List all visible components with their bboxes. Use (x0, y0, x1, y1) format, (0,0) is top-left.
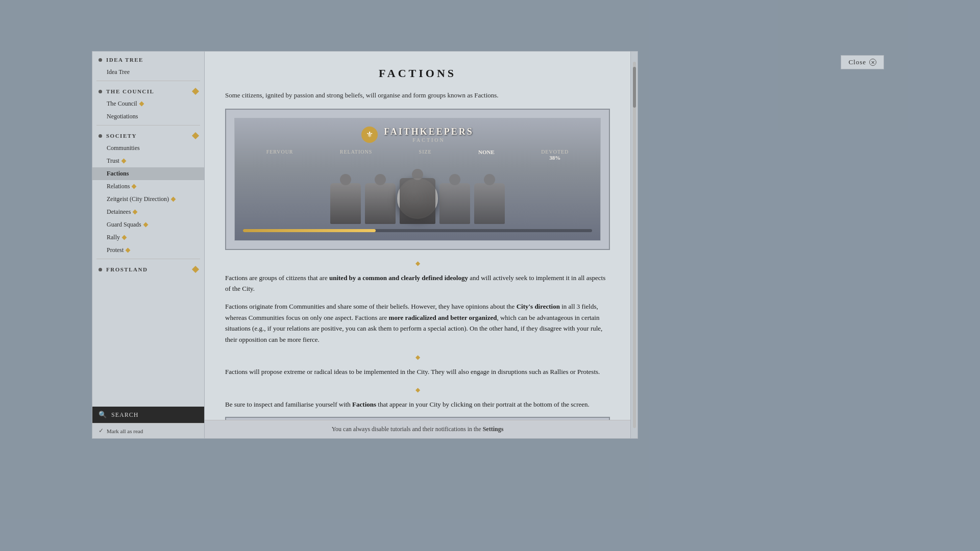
bold-factions: Factions (352, 400, 376, 408)
small-diamond-guard-squads (143, 222, 148, 228)
sidebar-item-relations[interactable]: Relations (92, 180, 204, 193)
sidebar-item-rally[interactable]: Rally (92, 231, 204, 244)
faction-stats: FERVOUR RELATIONS SIZE NONE DEVOTED (243, 149, 592, 161)
stat-devoted-value: 38% (541, 155, 569, 161)
sidebar-section-frostland[interactable]: FROSTLAND (92, 261, 204, 276)
sidebar-item-factions[interactable]: Factions (92, 167, 204, 180)
figure-right-1 (439, 183, 470, 224)
sidebar-item-detainees[interactable]: Detainees (92, 206, 204, 218)
sidebar-section-the-council-label: THE COUNCIL (106, 88, 154, 94)
sidebar-item-idea-tree-label: Idea Tree (107, 68, 130, 76)
stat-none: NONE (478, 149, 495, 161)
faction-subtitle: FACTION (384, 137, 474, 143)
figure-left-2 (365, 183, 396, 224)
small-diamond-relations (132, 184, 137, 189)
divider-2 (96, 125, 200, 126)
diamond-icon-society (192, 132, 199, 139)
sidebar-section-idea-tree[interactable]: IDEA TREE (92, 52, 204, 66)
scrollbar-track (633, 62, 636, 428)
stat-relations-label: RELATIONS (340, 149, 372, 155)
checkmark-icon: ✓ (99, 427, 104, 435)
sidebar-item-communities[interactable]: Communities (92, 142, 204, 155)
sidebar-item-trust[interactable]: Trust (92, 155, 204, 167)
close-x-icon: ✕ (869, 59, 876, 66)
stat-devoted: DEVOTED 38% (541, 149, 569, 161)
sidebar-item-detainees-label: Detainees (107, 208, 131, 216)
footer-text: You can always disable tutorials and the… (332, 425, 504, 433)
sidebar: IDEA TREE Idea Tree THE COUNCIL The Coun… (92, 51, 204, 439)
faction-emblem: ⚜ (361, 127, 378, 143)
close-label: Close (848, 58, 866, 66)
sidebar-item-guard-squads[interactable]: Guard Squads (92, 218, 204, 231)
sidebar-section-the-council[interactable]: THE COUNCIL (92, 83, 204, 97)
progress-bar-fill (243, 229, 376, 232)
modal-container: IDEA TREE Idea Tree THE COUNCIL The Coun… (92, 51, 638, 439)
bottom-bar: You can always disable tutorials and the… (205, 420, 630, 438)
modal-scrollbar[interactable] (631, 51, 638, 439)
progress-bar-container (243, 229, 592, 232)
main-content: FACTIONS Some citizens, ignited by passi… (204, 51, 631, 439)
divider-1 (96, 81, 200, 81)
sidebar-item-the-council-label: The Council (107, 100, 137, 108)
content-scroll-area[interactable]: FACTIONS Some citizens, ignited by passi… (205, 52, 630, 420)
scrollbar-thumb[interactable] (633, 67, 636, 108)
divider-3 (96, 259, 200, 259)
search-label: SEARCH (111, 411, 138, 419)
faction-card-inner: ⚜ FAITHKEEPERS FACTION FERVOUR RELATIONS (234, 118, 601, 241)
small-diamond-detainees (133, 210, 138, 215)
sidebar-item-relations-label: Relations (107, 183, 130, 190)
bullet-icon (99, 58, 102, 62)
figure-right-2 (474, 183, 505, 224)
sidebar-item-factions-label: Factions (107, 170, 129, 178)
sidebar-item-protest-label: Protest (107, 246, 124, 254)
bold-ideology: united by a common and clearly defined i… (329, 274, 468, 282)
sidebar-item-negotiations-label: Negotiations (107, 113, 138, 120)
small-diamond-protest (126, 248, 131, 253)
sidebar-section-frostland-label: FROSTLAND (106, 266, 148, 272)
diamond-icon-council (192, 88, 199, 95)
stat-none-value: NONE (478, 149, 495, 155)
figure-left-1 (330, 183, 361, 224)
sidebar-section-society[interactable]: SOCIETY (92, 128, 204, 142)
sidebar-item-idea-tree[interactable]: Idea Tree (92, 66, 204, 79)
small-diamond-trust (121, 159, 126, 164)
body-paragraph-2: Factions originate from Communities and … (225, 301, 610, 345)
bullet-icon-4 (99, 268, 102, 271)
page-title: FACTIONS (225, 67, 610, 80)
stat-size-label: SIZE (419, 149, 432, 155)
faction-figures (243, 173, 592, 224)
faction-header: ⚜ FAITHKEEPERS FACTION (243, 127, 592, 143)
faction-name: FAITHKEEPERS (384, 127, 474, 137)
bullet-icon-3 (99, 134, 102, 138)
mark-all-read-label: Mark all as read (107, 428, 143, 434)
sidebar-item-zeitgeist[interactable]: Zeitgeist (City Direction) (92, 193, 204, 206)
stat-fervour: FERVOUR (266, 149, 293, 161)
diamond-icon-frostland (192, 266, 199, 273)
bold-radicalized: more radicalized and better organized (389, 314, 497, 321)
sidebar-item-rally-label: Rally (107, 234, 120, 241)
sidebar-section-idea-tree-label: IDEA TREE (106, 57, 143, 63)
diamond-separator-3 (225, 385, 610, 394)
small-diamond-council (139, 102, 144, 107)
mark-all-read-button[interactable]: ✓ Mark all as read (92, 423, 204, 438)
faction-card: ⚜ FAITHKEEPERS FACTION FERVOUR RELATIONS (225, 109, 610, 250)
sidebar-item-the-council[interactable]: The Council (92, 97, 204, 110)
bold-city-direction: City's direction (517, 303, 560, 310)
body-paragraph-4: Be sure to inspect and familiarise yours… (225, 399, 610, 410)
search-icon: 🔍 (99, 411, 107, 419)
intro-text: Some citizens, ignited by passion and st… (225, 90, 610, 101)
sidebar-item-guard-squads-label: Guard Squads (107, 221, 141, 229)
sidebar-item-trust-label: Trust (107, 157, 119, 165)
small-diamond-rally (122, 235, 127, 240)
sidebar-item-negotiations[interactable]: Negotiations (92, 110, 204, 123)
diamond-separator-2 (225, 352, 610, 361)
bullet-icon-2 (99, 90, 102, 93)
close-button[interactable]: Close ✕ (841, 55, 884, 69)
stat-devoted-label: DEVOTED (541, 149, 569, 155)
stat-relations: RELATIONS (340, 149, 372, 161)
search-bar[interactable]: 🔍 SEARCH (92, 407, 204, 423)
stat-fervour-label: FERVOUR (266, 149, 293, 155)
sidebar-item-protest[interactable]: Protest (92, 244, 204, 257)
faction-name-block: FAITHKEEPERS FACTION (384, 127, 474, 143)
stat-size: SIZE (419, 149, 432, 161)
